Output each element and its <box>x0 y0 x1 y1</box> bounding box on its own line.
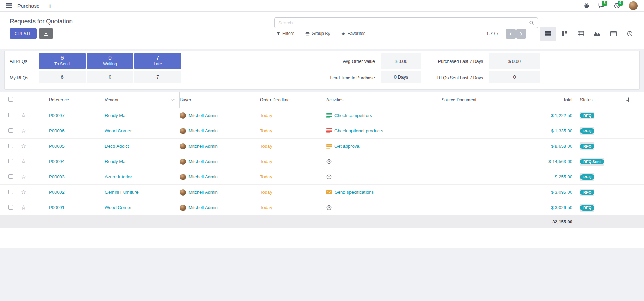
order-deadline-text: Today <box>260 144 272 149</box>
calendar-view-button[interactable] <box>605 27 622 41</box>
vendor-link[interactable]: Deco Addict <box>105 144 129 149</box>
reference-link[interactable]: P00004 <box>49 159 65 164</box>
activity-mail-icon[interactable] <box>326 190 332 194</box>
reference-link[interactable]: P00002 <box>49 190 65 195</box>
new-tab-plus-button[interactable]: + <box>48 2 52 9</box>
messages-icon[interactable]: 5 <box>598 3 605 8</box>
filters-button[interactable]: Filters <box>276 31 294 36</box>
waiting-card[interactable]: 0 Waiting <box>87 53 133 69</box>
pivot-view-button[interactable] <box>572 27 589 41</box>
favorite-star-icon[interactable]: ☆ <box>21 174 26 180</box>
activity-view-button[interactable] <box>622 27 638 41</box>
export-download-button[interactable] <box>39 28 53 39</box>
my-to-send-count[interactable]: 6 <box>39 71 86 83</box>
purchased-last-7-days-value[interactable]: $ 0.00 <box>489 53 540 69</box>
header-reference[interactable]: Reference <box>38 97 105 102</box>
buyer-link[interactable]: Mitchell Admin <box>188 190 218 195</box>
to-send-card[interactable]: 6 To Send <box>39 53 86 69</box>
my-late-count[interactable]: 7 <box>134 71 181 83</box>
favorite-star-icon[interactable]: ☆ <box>21 158 26 165</box>
activity-tasks-icon[interactable] <box>326 144 332 149</box>
activity-link[interactable]: Check competitors <box>334 113 372 118</box>
footer-total-sum: 32,155.00 <box>543 219 572 225</box>
buyer-link[interactable]: Mitchell Admin <box>188 205 218 210</box>
pager-previous-button[interactable] <box>506 29 516 39</box>
reference-link[interactable]: P00007 <box>49 113 65 118</box>
vendor-link[interactable]: Azure Interior <box>105 174 132 179</box>
status-badge: RFQ <box>580 112 594 119</box>
header-status[interactable]: Status <box>580 97 622 102</box>
row-checkbox[interactable] <box>8 174 13 179</box>
header-activities[interactable]: Activities <box>326 97 442 102</box>
buyer-link[interactable]: Mitchell Admin <box>188 174 218 179</box>
reference-link[interactable]: P00001 <box>49 205 65 210</box>
row-checkbox[interactable] <box>8 113 13 117</box>
activity-clock-icon[interactable] <box>326 174 332 179</box>
activity-clock-icon[interactable] <box>326 205 332 210</box>
search-input[interactable] <box>278 20 529 25</box>
list-view-icon <box>545 31 551 36</box>
reference-link[interactable]: P00005 <box>49 144 65 149</box>
search-bar <box>274 17 538 28</box>
favorite-star-icon[interactable]: ☆ <box>21 189 26 196</box>
activity-view-icon <box>627 31 633 37</box>
activity-link[interactable]: Check optional products <box>334 128 383 133</box>
row-checkbox[interactable] <box>8 128 13 133</box>
row-total: $ 1,335.00 <box>543 128 572 133</box>
reference-link[interactable]: P00006 <box>49 128 65 133</box>
row-checkbox[interactable] <box>8 190 13 194</box>
buyer-link[interactable]: Mitchell Admin <box>188 113 218 118</box>
row-checkbox[interactable] <box>8 144 13 148</box>
header-source-document[interactable]: Source Document <box>442 97 543 102</box>
header-vendor[interactable]: Vendor <box>105 92 180 108</box>
create-button[interactable]: CREATE <box>10 28 37 39</box>
activity-tasks-icon[interactable] <box>326 128 332 133</box>
activity-link[interactable]: Send specifications <box>335 190 374 195</box>
vendor-link[interactable]: Gemini Furniture <box>105 190 139 195</box>
all-rfqs-label: All RFQs <box>10 59 27 64</box>
calendar-view-icon <box>610 31 617 36</box>
activities-clock-icon[interactable]: 9 <box>614 3 620 9</box>
header-buyer[interactable]: Buyer <box>180 97 260 102</box>
row-checkbox[interactable] <box>8 205 13 210</box>
activity-clock-icon[interactable] <box>326 159 332 164</box>
activity-link[interactable]: Get approval <box>334 144 360 149</box>
select-all-checkbox[interactable] <box>8 97 13 102</box>
favorite-star-icon[interactable]: ☆ <box>21 127 26 134</box>
search-icon[interactable] <box>529 20 534 25</box>
group-by-button[interactable]: Group By <box>305 31 330 36</box>
activity-tasks-icon[interactable] <box>326 113 332 118</box>
kanban-view-button[interactable] <box>556 27 572 41</box>
vendor-link[interactable]: Wood Corner <box>105 128 132 133</box>
avg-order-value-label: Avg Order Value <box>305 59 375 64</box>
lead-time-label: Lead Time to Purchase <box>305 75 375 80</box>
optional-columns-icon[interactable] <box>626 97 630 102</box>
buyer-link[interactable]: Mitchell Admin <box>188 159 218 164</box>
app-name-menu[interactable]: Purchase <box>17 3 39 9</box>
header-total[interactable]: Total <box>543 97 572 102</box>
pager-next-button[interactable] <box>516 29 526 39</box>
apps-menu-icon[interactable] <box>6 3 12 8</box>
list-view-button[interactable] <box>540 27 556 41</box>
favorites-button[interactable]: ★ Favorites <box>341 31 365 36</box>
buyer-link[interactable]: Mitchell Admin <box>188 144 218 149</box>
favorite-star-icon[interactable]: ☆ <box>21 143 26 149</box>
debug-bug-icon[interactable] <box>584 3 589 8</box>
vendor-link[interactable]: Wood Corner <box>105 205 132 210</box>
vendor-link[interactable]: Ready Mat <box>105 159 127 164</box>
row-total: $ 255.00 <box>543 174 572 179</box>
rfqs-sent-last-7-days-value[interactable]: 0 <box>489 71 540 83</box>
user-avatar[interactable] <box>629 1 638 10</box>
reference-link[interactable]: P00003 <box>49 174 65 179</box>
graph-view-button[interactable] <box>589 27 605 41</box>
header-order-deadline[interactable]: Order Deadline <box>260 97 326 102</box>
row-total: $ 3,026.50 <box>543 205 572 210</box>
favorite-star-icon[interactable]: ☆ <box>21 204 26 211</box>
late-card[interactable]: 7 Late <box>134 53 181 69</box>
my-waiting-count[interactable]: 0 <box>87 71 133 83</box>
buyer-avatar <box>180 174 186 180</box>
row-checkbox[interactable] <box>8 159 13 163</box>
buyer-link[interactable]: Mitchell Admin <box>188 128 218 133</box>
favorite-star-icon[interactable]: ☆ <box>21 112 26 119</box>
vendor-link[interactable]: Ready Mat <box>105 113 127 118</box>
